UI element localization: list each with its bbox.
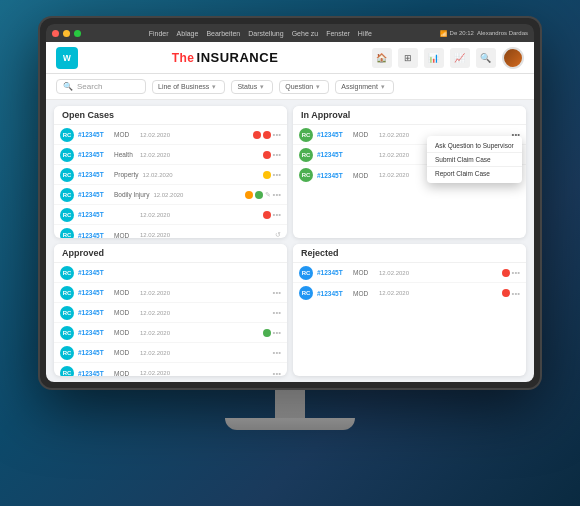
status-indicator <box>245 191 253 199</box>
minimize-button[interactable] <box>63 30 70 37</box>
case-date: 12.02.2020 <box>140 132 175 138</box>
close-button[interactable] <box>52 30 59 37</box>
case-date: 12.02.2020 <box>153 192 188 198</box>
monitor-bezel: Finder Ablage Bearbeiten Darstellung Geh… <box>46 24 534 382</box>
context-menu: Ask Question to Supervisor Submit Claim … <box>427 136 522 183</box>
more-options-icon[interactable]: ••• <box>273 288 281 297</box>
case-id: #12345T <box>78 191 110 198</box>
case-type: MOD <box>114 131 136 138</box>
more-options-icon[interactable]: ••• <box>273 150 281 159</box>
status-indicator <box>263 151 271 159</box>
app-header: w The INSURANCE 🏠 ⊞ 📊 📈 🔍 <box>46 42 534 74</box>
case-status: ↺ <box>179 231 281 238</box>
menu-gehe-zu[interactable]: Gehe zu <box>292 30 318 37</box>
menu-finder[interactable]: Finder <box>149 30 169 37</box>
case-type: MOD <box>114 289 136 296</box>
toolbar: 🔍 Search Line of Business Status Questio… <box>46 74 534 100</box>
case-type: MOD <box>114 329 136 336</box>
table-row[interactable]: RC #12345T Property 12.02.2020 ••• <box>54 165 287 185</box>
menu-bearbeiten[interactable]: Bearbeiten <box>206 30 240 37</box>
menu-ablage[interactable]: Ablage <box>177 30 199 37</box>
case-status: ••• <box>179 328 281 337</box>
case-status: ••• <box>179 130 281 139</box>
case-date: 12.02.2020 <box>379 290 414 296</box>
monitor: Finder Ablage Bearbeiten Darstellung Geh… <box>30 18 550 488</box>
home-icon[interactable]: 🏠 <box>372 48 392 68</box>
assignment-dropdown[interactable]: Assignment <box>335 80 394 94</box>
table-row[interactable]: RC #12345T MOD 12.02.2020 ••• <box>54 323 287 343</box>
more-options-icon[interactable]: ••• <box>273 328 281 337</box>
status-indicator <box>263 211 271 219</box>
grid-icon[interactable]: ⊞ <box>398 48 418 68</box>
app-content: w The INSURANCE 🏠 ⊞ 📊 📈 🔍 <box>46 42 534 382</box>
chart-icon[interactable]: 📊 <box>424 48 444 68</box>
case-id: #12345T <box>78 151 110 158</box>
more-options-icon[interactable]: ••• <box>273 348 281 357</box>
context-menu-item[interactable]: Submit Claim Case <box>427 153 522 167</box>
case-date: 12.02.2020 <box>379 270 414 276</box>
bar-chart-icon[interactable]: 📈 <box>450 48 470 68</box>
table-row[interactable]: RC #12345T Health 12.02.2020 ••• <box>54 145 287 165</box>
question-label: Question <box>285 83 313 90</box>
menu-darstellung[interactable]: Darstellung <box>248 30 283 37</box>
more-options-icon[interactable]: ••• <box>512 268 520 277</box>
context-menu-item[interactable]: Ask Question to Supervisor <box>427 139 522 153</box>
lob-label: Line of Business <box>158 83 209 90</box>
macos-titlebar: Finder Ablage Bearbeiten Darstellung Geh… <box>46 24 534 42</box>
table-row[interactable]: RC #12345T MOD 12.02.2020 ••• <box>54 283 287 303</box>
table-row[interactable]: RC #12345T MOD 12.02.2020 ••• <box>54 125 287 145</box>
edit-icon[interactable]: ✎ <box>265 191 271 199</box>
case-id: #12345T <box>78 289 110 296</box>
search-box[interactable]: 🔍 Search <box>56 79 146 94</box>
case-status: ••• <box>179 369 281 377</box>
status-indicator <box>263 329 271 337</box>
case-type: MOD <box>353 290 375 297</box>
status-dropdown[interactable]: Status <box>231 80 273 94</box>
case-status: ••• <box>182 170 281 179</box>
case-status: ••• <box>418 268 520 277</box>
table-row[interactable]: RC #12345T MOD 12.02.2020 ••• <box>54 303 287 323</box>
avatar: RC <box>60 228 74 238</box>
table-row[interactable]: RC #12345T MOD 12.02.2020 ••• <box>293 263 526 283</box>
table-row[interactable]: RC #12345T MOD 12.02.2020 ••• <box>54 343 287 363</box>
table-row[interactable]: RC #12345T MOD 12.02.2020 ↺ <box>54 225 287 238</box>
avatar: RC <box>299 266 313 280</box>
case-type: MOD <box>114 349 136 356</box>
avatar: RC <box>60 286 74 300</box>
case-id: #12345T <box>78 131 110 138</box>
fullscreen-button[interactable] <box>74 30 81 37</box>
open-cases-panel: Open Cases RC #12345T MOD 12.02.2020 <box>54 106 287 238</box>
more-options-icon[interactable]: ••• <box>273 369 281 377</box>
table-row[interactable]: RC #12345T Bodily Injury 12.02.2020 ✎ ••… <box>54 185 287 205</box>
panels-area: Open Cases RC #12345T MOD 12.02.2020 <box>46 100 534 382</box>
case-type: MOD <box>353 172 375 179</box>
more-options-icon[interactable]: ••• <box>273 308 281 317</box>
question-dropdown[interactable]: Question <box>279 80 329 94</box>
case-type: MOD <box>353 269 375 276</box>
more-options-icon[interactable]: ••• <box>273 130 281 139</box>
user-avatar[interactable] <box>502 47 524 69</box>
table-row[interactable]: RC #12345T MOD 12.02.2020 ••• <box>54 363 287 376</box>
status-indicator <box>502 269 510 277</box>
table-row[interactable]: RC #12345T MOD 12.02.2020 ••• <box>293 283 526 303</box>
case-type: Property <box>114 171 139 178</box>
more-options-icon[interactable]: ••• <box>512 289 520 298</box>
avatar: RC <box>299 168 313 182</box>
case-id: #12345T <box>317 269 349 276</box>
table-row[interactable]: RC #12345T <box>54 263 287 283</box>
title-brand: INSURANCE <box>197 50 279 65</box>
rotate-icon[interactable]: ↺ <box>275 231 281 238</box>
more-options-icon[interactable]: ••• <box>273 170 281 179</box>
search-icon[interactable]: 🔍 <box>476 48 496 68</box>
lob-dropdown[interactable]: Line of Business <box>152 80 225 94</box>
case-type: MOD <box>114 370 136 377</box>
table-row[interactable]: RC #12345T 12.02.2020 ••• <box>54 205 287 225</box>
more-options-icon[interactable]: ••• <box>273 190 281 199</box>
macos-menu: Finder Ablage Bearbeiten Darstellung Geh… <box>85 30 436 37</box>
case-id: #12345T <box>78 232 110 239</box>
avatar: RC <box>60 148 74 162</box>
context-menu-item[interactable]: Report Claim Case <box>427 167 522 180</box>
menu-hilfe[interactable]: Hilfe <box>358 30 372 37</box>
more-options-icon[interactable]: ••• <box>273 210 281 219</box>
menu-fenster[interactable]: Fenster <box>326 30 350 37</box>
